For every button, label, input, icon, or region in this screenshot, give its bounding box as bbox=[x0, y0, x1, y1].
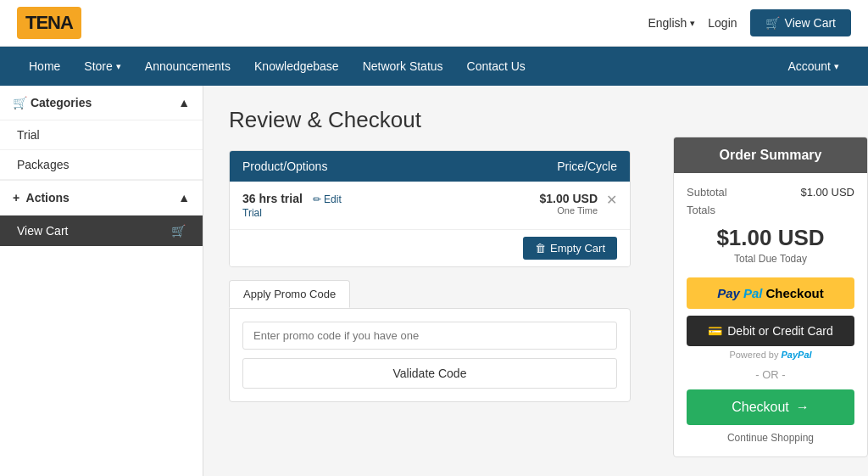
sidebar-view-cart-label: View Cart bbox=[17, 224, 68, 238]
promo-input[interactable] bbox=[242, 322, 617, 350]
nav-network-status[interactable]: Network Status bbox=[351, 49, 455, 83]
cart-icon: 🛒 bbox=[765, 16, 780, 30]
categories-collapse-icon[interactable]: ▲ bbox=[178, 96, 190, 109]
paypal-checkout-button[interactable]: PayPal Checkout bbox=[687, 277, 854, 309]
nav-store-label: Store bbox=[84, 59, 112, 73]
sidebar-cart-icon: 🛒 bbox=[171, 224, 186, 238]
nav-store[interactable]: Store ▾ bbox=[72, 49, 132, 83]
plus-icon: + bbox=[13, 191, 19, 204]
login-link[interactable]: Login bbox=[708, 16, 737, 30]
sidebar-actions-header: + Actions ▲ bbox=[0, 180, 203, 216]
sidebar-item-packages[interactable]: Packages bbox=[0, 150, 203, 180]
sidebar-categories-header: 🛒 Categories ▲ bbox=[0, 86, 203, 120]
top-bar: TENA English ▾ Login 🛒 View Cart bbox=[0, 0, 868, 47]
main-layout: 🛒 Categories ▲ Trial Packages + Actions … bbox=[0, 86, 868, 476]
empty-cart-area: 🗑 Empty Cart bbox=[230, 230, 630, 266]
powered-paypal-logo: PayPal bbox=[782, 350, 812, 360]
remove-item-button[interactable]: ✕ bbox=[606, 192, 617, 208]
card-icon: 💳 bbox=[708, 324, 722, 338]
nav-knowledgebase[interactable]: Knowledgebase bbox=[242, 49, 351, 83]
promo-section: Apply Promo Code Validate Code bbox=[229, 280, 631, 402]
store-chevron-icon: ▾ bbox=[116, 61, 121, 72]
checkout-label: Checkout bbox=[732, 400, 789, 415]
empty-cart-label: Empty Cart bbox=[550, 242, 605, 255]
nav-announcements[interactable]: Announcements bbox=[133, 49, 242, 83]
product-name-row: 36 hrs trial ✏ Edit bbox=[242, 192, 479, 205]
pencil-icon: ✏ bbox=[313, 193, 324, 205]
validate-code-button[interactable]: Validate Code bbox=[242, 358, 617, 389]
language-selector[interactable]: English ▾ bbox=[648, 16, 695, 30]
debit-label: Debit or Credit Card bbox=[727, 324, 833, 338]
checkout-button[interactable]: Checkout → bbox=[687, 389, 854, 425]
continue-shopping-link[interactable]: Continue Shopping bbox=[687, 432, 854, 444]
price-value: $1.00 USD bbox=[479, 192, 598, 205]
nav-contact-us[interactable]: Contact Us bbox=[455, 49, 537, 83]
order-summary-panel: Order Summary Subtotal $1.00 USD Totals … bbox=[656, 86, 868, 476]
product-price: $1.00 USD One Time bbox=[479, 192, 598, 216]
content-area: Review & Checkout Product/Options Price/… bbox=[203, 86, 656, 476]
logo: TENA bbox=[17, 7, 81, 39]
arrow-right-icon: → bbox=[796, 400, 810, 415]
subtotal-value: $1.00 USD bbox=[800, 186, 854, 199]
actions-collapse-icon[interactable]: ▲ bbox=[178, 191, 190, 204]
checkout-table: Product/Options Price/Cycle 36 hrs trial… bbox=[229, 150, 631, 267]
price-cycle: One Time bbox=[479, 205, 598, 216]
page-title: Review & Checkout bbox=[229, 107, 631, 133]
language-label: English bbox=[648, 16, 687, 30]
powered-by: Powered by PayPal bbox=[687, 350, 854, 360]
totals-label: Totals bbox=[687, 204, 854, 216]
product-info: 36 hrs trial ✏ Edit Trial bbox=[242, 192, 479, 219]
sidebar-categories-label: 🛒 Categories bbox=[13, 96, 92, 109]
table-row: 36 hrs trial ✏ Edit Trial $1.00 USD One … bbox=[230, 182, 630, 230]
summary-header: Order Summary bbox=[674, 137, 867, 173]
sidebar-view-cart[interactable]: View Cart 🛒 bbox=[0, 216, 203, 246]
paypal-checkout-label: Checkout bbox=[765, 286, 823, 300]
paypal-logo-text2: Pal bbox=[743, 286, 763, 300]
summary-box: Order Summary Subtotal $1.00 USD Totals … bbox=[673, 137, 868, 457]
view-cart-button[interactable]: 🛒 View Cart bbox=[750, 9, 851, 36]
sidebar: 🛒 Categories ▲ Trial Packages + Actions … bbox=[0, 86, 203, 476]
product-category: Trial bbox=[242, 207, 479, 219]
sidebar-item-trial[interactable]: Trial bbox=[0, 120, 203, 150]
product-name: 36 hrs trial bbox=[242, 192, 303, 205]
debit-card-button[interactable]: 💳 Debit or Credit Card bbox=[687, 316, 854, 346]
top-bar-right: English ▾ Login 🛒 View Cart bbox=[648, 9, 851, 36]
promo-box: Validate Code bbox=[229, 308, 631, 402]
nav-account[interactable]: Account ▾ bbox=[776, 49, 851, 83]
cart-small-icon: 🛒 bbox=[13, 96, 31, 109]
col-product-header: Product/Options bbox=[242, 160, 492, 173]
paypal-logo-text: Pay bbox=[717, 286, 740, 300]
empty-cart-button[interactable]: 🗑 Empty Cart bbox=[523, 237, 617, 260]
nav-account-label: Account bbox=[787, 59, 831, 73]
trash-icon: 🗑 bbox=[535, 242, 546, 255]
total-due-label: Total Due Today bbox=[687, 253, 854, 265]
account-chevron-icon: ▾ bbox=[834, 61, 839, 72]
chevron-down-icon: ▾ bbox=[690, 18, 695, 29]
categories-text: Categories bbox=[31, 96, 92, 109]
promo-tab[interactable]: Apply Promo Code bbox=[229, 280, 350, 308]
nav-bar: Home Store ▾ Announcements Knowledgebase… bbox=[0, 47, 868, 86]
view-cart-label: View Cart bbox=[785, 16, 836, 30]
nav-home[interactable]: Home bbox=[17, 49, 72, 83]
summary-body: Subtotal $1.00 USD Totals $1.00 USD Tota… bbox=[674, 173, 867, 456]
col-price-header: Price/Cycle bbox=[492, 160, 617, 173]
promo-tabs: Apply Promo Code bbox=[229, 280, 631, 308]
or-divider: - OR - bbox=[687, 368, 854, 381]
edit-link[interactable]: ✏ Edit bbox=[313, 193, 342, 205]
subtotal-label: Subtotal bbox=[687, 186, 727, 199]
total-amount: $1.00 USD bbox=[687, 225, 854, 251]
table-header: Product/Options Price/Cycle bbox=[230, 151, 630, 182]
sidebar-actions-label: + Actions bbox=[13, 191, 70, 204]
subtotal-row: Subtotal $1.00 USD bbox=[687, 186, 854, 199]
